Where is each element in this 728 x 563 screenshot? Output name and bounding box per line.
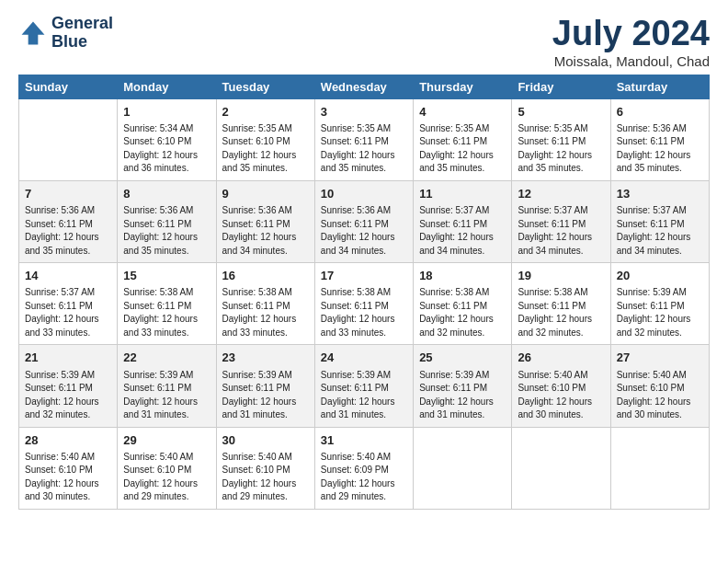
day-info: Sunrise: 5:37 AMSunset: 6:11 PMDaylight:… xyxy=(419,204,506,258)
col-header-thursday: Thursday xyxy=(414,75,512,98)
day-number: 15 xyxy=(123,268,210,284)
day-cell: 3Sunrise: 5:35 AMSunset: 6:11 PMDaylight… xyxy=(314,98,413,180)
day-cell: 8Sunrise: 5:36 AMSunset: 6:11 PMDaylight… xyxy=(118,180,216,262)
day-info: Sunrise: 5:40 AMSunset: 6:10 PMDaylight:… xyxy=(222,451,309,504)
day-cell: 1Sunrise: 5:34 AMSunset: 6:10 PMDaylight… xyxy=(118,98,216,180)
day-info: Sunrise: 5:38 AMSunset: 6:11 PMDaylight:… xyxy=(321,286,407,339)
page-header: General Blue July 2024 Moissala, Mandoul… xyxy=(18,15,710,69)
day-info: Sunrise: 5:38 AMSunset: 6:11 PMDaylight:… xyxy=(123,286,210,339)
day-info: Sunrise: 5:38 AMSunset: 6:11 PMDaylight:… xyxy=(222,286,309,339)
logo-icon xyxy=(18,18,48,48)
day-number: 12 xyxy=(518,186,604,202)
day-number: 29 xyxy=(123,432,210,449)
day-cell: 26Sunrise: 5:40 AMSunset: 6:10 PMDayligh… xyxy=(512,345,610,427)
day-info: Sunrise: 5:36 AMSunset: 6:11 PMDaylight:… xyxy=(123,204,210,258)
day-info: Sunrise: 5:37 AMSunset: 6:11 PMDaylight:… xyxy=(518,204,604,258)
week-row-1: 1Sunrise: 5:34 AMSunset: 6:10 PMDaylight… xyxy=(19,98,710,180)
day-cell xyxy=(414,427,512,509)
day-number: 26 xyxy=(518,350,604,366)
day-info: Sunrise: 5:36 AMSunset: 6:11 PMDaylight:… xyxy=(617,122,703,176)
day-info: Sunrise: 5:38 AMSunset: 6:11 PMDaylight:… xyxy=(518,286,604,339)
day-cell: 5Sunrise: 5:35 AMSunset: 6:11 PMDaylight… xyxy=(512,98,610,180)
day-info: Sunrise: 5:39 AMSunset: 6:11 PMDaylight:… xyxy=(617,286,703,339)
logo: General Blue xyxy=(18,15,113,52)
day-cell: 6Sunrise: 5:36 AMSunset: 6:11 PMDaylight… xyxy=(610,98,709,180)
day-number: 17 xyxy=(321,268,407,284)
day-cell: 18Sunrise: 5:38 AMSunset: 6:11 PMDayligh… xyxy=(414,263,512,345)
day-number: 11 xyxy=(419,186,506,202)
day-cell: 29Sunrise: 5:40 AMSunset: 6:10 PMDayligh… xyxy=(118,427,216,509)
day-info: Sunrise: 5:40 AMSunset: 6:10 PMDaylight:… xyxy=(617,369,703,422)
day-cell: 27Sunrise: 5:40 AMSunset: 6:10 PMDayligh… xyxy=(610,345,709,427)
col-header-saturday: Saturday xyxy=(610,75,709,98)
day-info: Sunrise: 5:40 AMSunset: 6:10 PMDaylight:… xyxy=(518,369,604,422)
col-header-friday: Friday xyxy=(512,75,610,98)
day-cell: 21Sunrise: 5:39 AMSunset: 6:11 PMDayligh… xyxy=(19,345,118,427)
day-number: 6 xyxy=(617,104,703,121)
day-cell: 12Sunrise: 5:37 AMSunset: 6:11 PMDayligh… xyxy=(512,180,610,262)
day-info: Sunrise: 5:39 AMSunset: 6:11 PMDaylight:… xyxy=(419,369,506,422)
day-cell: 13Sunrise: 5:37 AMSunset: 6:11 PMDayligh… xyxy=(610,180,709,262)
day-cell: 10Sunrise: 5:36 AMSunset: 6:11 PMDayligh… xyxy=(314,180,413,262)
month-title: July 2024 xyxy=(552,15,710,53)
day-info: Sunrise: 5:40 AMSunset: 6:10 PMDaylight:… xyxy=(25,451,111,504)
day-number: 25 xyxy=(419,350,506,366)
day-number: 13 xyxy=(617,186,703,202)
day-info: Sunrise: 5:40 AMSunset: 6:09 PMDaylight:… xyxy=(321,451,407,504)
day-number: 7 xyxy=(25,186,111,202)
day-cell: 19Sunrise: 5:38 AMSunset: 6:11 PMDayligh… xyxy=(512,263,610,345)
day-cell: 11Sunrise: 5:37 AMSunset: 6:11 PMDayligh… xyxy=(414,180,512,262)
week-row-5: 28Sunrise: 5:40 AMSunset: 6:10 PMDayligh… xyxy=(19,427,710,509)
location-title: Moissala, Mandoul, Chad xyxy=(552,53,710,69)
day-cell: 22Sunrise: 5:39 AMSunset: 6:11 PMDayligh… xyxy=(118,345,216,427)
day-number: 4 xyxy=(419,104,506,121)
day-info: Sunrise: 5:35 AMSunset: 6:11 PMDaylight:… xyxy=(419,122,506,176)
logo-line1: General xyxy=(51,15,113,33)
week-row-3: 14Sunrise: 5:37 AMSunset: 6:11 PMDayligh… xyxy=(19,263,710,345)
day-cell: 9Sunrise: 5:36 AMSunset: 6:11 PMDaylight… xyxy=(216,180,314,262)
day-cell: 28Sunrise: 5:40 AMSunset: 6:10 PMDayligh… xyxy=(19,427,118,509)
day-info: Sunrise: 5:36 AMSunset: 6:11 PMDaylight:… xyxy=(25,204,111,258)
day-info: Sunrise: 5:39 AMSunset: 6:11 PMDaylight:… xyxy=(222,369,309,422)
day-number: 1 xyxy=(123,104,210,121)
week-row-2: 7Sunrise: 5:36 AMSunset: 6:11 PMDaylight… xyxy=(19,180,710,262)
col-header-wednesday: Wednesday xyxy=(314,75,413,98)
col-header-tuesday: Tuesday xyxy=(216,75,314,98)
day-info: Sunrise: 5:35 AMSunset: 6:11 PMDaylight:… xyxy=(518,122,604,176)
day-number: 9 xyxy=(222,186,309,202)
header-row: SundayMondayTuesdayWednesdayThursdayFrid… xyxy=(19,75,710,98)
svg-marker-0 xyxy=(22,21,45,44)
day-cell: 25Sunrise: 5:39 AMSunset: 6:11 PMDayligh… xyxy=(414,345,512,427)
day-cell: 16Sunrise: 5:38 AMSunset: 6:11 PMDayligh… xyxy=(216,263,314,345)
day-info: Sunrise: 5:35 AMSunset: 6:11 PMDaylight:… xyxy=(321,122,407,176)
day-cell: 17Sunrise: 5:38 AMSunset: 6:11 PMDayligh… xyxy=(314,263,413,345)
day-number: 30 xyxy=(222,432,309,449)
day-info: Sunrise: 5:40 AMSunset: 6:10 PMDaylight:… xyxy=(123,451,210,504)
day-number: 31 xyxy=(321,432,407,449)
day-info: Sunrise: 5:38 AMSunset: 6:11 PMDaylight:… xyxy=(419,286,506,339)
day-info: Sunrise: 5:35 AMSunset: 6:10 PMDaylight:… xyxy=(222,122,309,176)
day-cell xyxy=(610,427,709,509)
day-cell: 7Sunrise: 5:36 AMSunset: 6:11 PMDaylight… xyxy=(19,180,118,262)
day-number: 27 xyxy=(617,350,703,366)
day-number: 23 xyxy=(222,350,309,366)
day-info: Sunrise: 5:34 AMSunset: 6:10 PMDaylight:… xyxy=(123,122,210,176)
col-header-monday: Monday xyxy=(118,75,216,98)
day-number: 21 xyxy=(25,350,111,366)
calendar-table: SundayMondayTuesdayWednesdayThursdayFrid… xyxy=(18,75,710,510)
day-number: 2 xyxy=(222,104,309,121)
day-number: 16 xyxy=(222,268,309,284)
day-number: 20 xyxy=(617,268,703,284)
day-number: 28 xyxy=(25,432,111,449)
day-cell: 31Sunrise: 5:40 AMSunset: 6:09 PMDayligh… xyxy=(314,427,413,509)
day-number: 24 xyxy=(321,350,407,366)
logo-line2: Blue xyxy=(51,33,113,52)
day-cell: 14Sunrise: 5:37 AMSunset: 6:11 PMDayligh… xyxy=(19,263,118,345)
day-info: Sunrise: 5:36 AMSunset: 6:11 PMDaylight:… xyxy=(222,204,309,258)
day-info: Sunrise: 5:39 AMSunset: 6:11 PMDaylight:… xyxy=(123,369,210,422)
col-header-sunday: Sunday xyxy=(19,75,118,98)
day-number: 5 xyxy=(518,104,604,121)
day-info: Sunrise: 5:39 AMSunset: 6:11 PMDaylight:… xyxy=(321,369,407,422)
day-number: 22 xyxy=(123,350,210,366)
day-number: 14 xyxy=(25,268,111,284)
